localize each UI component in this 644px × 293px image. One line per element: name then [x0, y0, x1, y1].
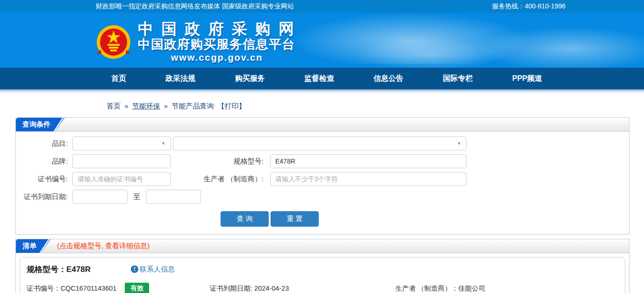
site-title: 中 国 政 府 采 购 网	[138, 21, 296, 37]
breadcrumb-separator: »	[164, 102, 168, 110]
cloud-decoration	[290, 13, 533, 64]
result-details-grid: 证书编号：CQC16701143601 有效 证书到期日期: 2024-04-2…	[27, 283, 618, 293]
cert-no-input[interactable]	[72, 172, 171, 186]
list-panel-header: 清单 (点击规格型号, 查看详细信息)	[16, 239, 629, 253]
result-card-header: 规格型号：E478R ! 联系人信息	[27, 262, 618, 276]
sub-category-select[interactable]: ▼	[173, 136, 466, 150]
site-title-block: 中 国 政 府 采 购 网 中国政府购买服务信息平台 www.ccgp.gov.…	[138, 21, 296, 63]
panel-tab-query-conditions: 查询条件	[16, 118, 64, 131]
to-label: 至	[133, 193, 140, 201]
reset-button[interactable]: 重 置	[271, 211, 319, 227]
breadcrumb-current-page: 节能产品查询	[172, 102, 214, 110]
list-panel-note: (点击规格型号, 查看详细信息)	[57, 239, 150, 253]
nav-item-announcements[interactable]: 信息公告	[373, 74, 403, 84]
nav-item-international[interactable]: 国际专栏	[443, 74, 473, 84]
breadcrumb-home-link[interactable]: 首页	[107, 102, 121, 110]
category-select[interactable]: ▼	[72, 136, 171, 150]
chevron-down-icon: ▼	[161, 141, 165, 146]
category-label: 品目:	[16, 139, 72, 148]
query-panel-header: 查询条件	[16, 118, 629, 132]
site-url: www.ccgp.gov.cn	[138, 52, 296, 63]
result-card: 规格型号：E478R ! 联系人信息 证书编号：CQC16701143601 有…	[20, 257, 625, 293]
top-info-bar: 财政部唯一指定政府采购信息网络发布媒体 国家级政府采购专业网站 服务热线：400…	[0, 0, 644, 13]
result-model-link[interactable]: 规格型号：E478R	[27, 264, 91, 275]
model-input[interactable]	[270, 154, 466, 168]
cert-no-value: 证书编号：CQC16701143601	[27, 284, 116, 293]
contact-info-label: 联系人信息	[140, 265, 175, 274]
search-button[interactable]: 查 询	[221, 211, 269, 227]
contact-info-link[interactable]: ! 联系人信息	[131, 265, 175, 274]
cloud-decoration	[355, 38, 505, 68]
query-conditions-panel: 查询条件 品目: ▼ ▼ 品牌: 规格型号: 证书编号: 生产者 （制造商）: …	[15, 117, 630, 235]
breadcrumb-section-link[interactable]: 节能环保	[132, 102, 160, 110]
site-subtitle: 中国政府购买服务信息平台	[138, 37, 296, 52]
nav-item-regulations[interactable]: 政采法规	[165, 74, 195, 84]
chevron-down-icon: ▼	[457, 141, 461, 146]
site-logo: 中 国 政 府 采 购 网 中国政府购买服务信息平台 www.ccgp.gov.…	[96, 21, 296, 63]
national-emblem-logo	[96, 24, 131, 60]
form-buttons: 查 询 重 置	[221, 211, 629, 227]
breadcrumb-separator: »	[124, 102, 128, 110]
result-list-panel: 清单 (点击规格型号, 查看详细信息) 规格型号：E478R ! 联系人信息 证…	[15, 239, 630, 293]
nav-item-ppp-channel[interactable]: PPP频道	[512, 74, 542, 84]
expiry-label: 证书到期日期:	[16, 193, 72, 201]
nav-item-home[interactable]: 首页	[111, 74, 126, 84]
site-slogan: 财政部唯一指定政府采购信息网络发布媒体 国家级政府采购专业网站	[96, 2, 294, 11]
form-row-category: 品目: ▼ ▼	[16, 136, 629, 150]
expiry-value: 证书到期日期: 2024-04-23	[210, 284, 395, 293]
print-link[interactable]: 【打印】	[218, 102, 246, 110]
cert-no-label: 证书编号:	[16, 175, 72, 184]
nav-item-supervision[interactable]: 监督检查	[304, 74, 334, 84]
model-label: 规格型号:	[171, 157, 267, 166]
panel-tab-list: 清单	[16, 239, 50, 253]
form-row-expiry: 证书到期日期: 至	[16, 190, 629, 204]
manufacturer-label: 生产者 （制造商）:	[171, 175, 267, 184]
service-hotline: 服务热线：400-810-1996	[492, 2, 565, 11]
manufacturer-value: 生产者 （制造商）：佳能公司	[395, 284, 618, 293]
brand-label: 品牌:	[16, 157, 72, 166]
manufacturer-input[interactable]	[270, 172, 466, 186]
main-nav: 首页 政采法规 购买服务 监督检查 信息公告 国际专栏 PPP频道	[0, 68, 644, 89]
breadcrumb: 首页 » 节能环保 » 节能产品查询 【打印】	[107, 102, 644, 111]
brand-input[interactable]	[72, 154, 171, 168]
cert-no-cell: 证书编号：CQC16701143601 有效	[27, 283, 210, 293]
expiry-start-input[interactable]	[72, 190, 128, 204]
status-badge: 有效	[125, 283, 149, 293]
cloud-decoration	[477, 27, 644, 68]
query-form: 品目: ▼ ▼ 品牌: 规格型号: 证书编号: 生产者 （制造商）: 证书到期日…	[16, 132, 629, 234]
form-row-cert-manufacturer: 证书编号: 生产者 （制造商）:	[16, 172, 629, 186]
expiry-end-input[interactable]	[146, 190, 201, 204]
form-row-brand-model: 品牌: 规格型号:	[16, 154, 629, 168]
nav-item-purchase-services[interactable]: 购买服务	[235, 74, 265, 84]
site-banner: 中 国 政 府 采 购 网 中国政府购买服务信息平台 www.ccgp.gov.…	[0, 13, 644, 68]
nav-fade-strip	[0, 89, 644, 94]
info-icon: !	[131, 265, 138, 273]
